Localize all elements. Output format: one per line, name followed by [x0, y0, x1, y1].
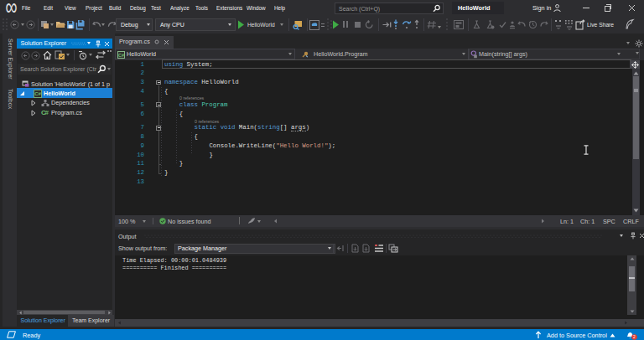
svg-text:C#: C# [34, 91, 41, 96]
svg-text:C#: C# [41, 109, 49, 116]
svg-text:2: 2 [633, 334, 636, 339]
svg-text:C#: C# [118, 52, 124, 57]
